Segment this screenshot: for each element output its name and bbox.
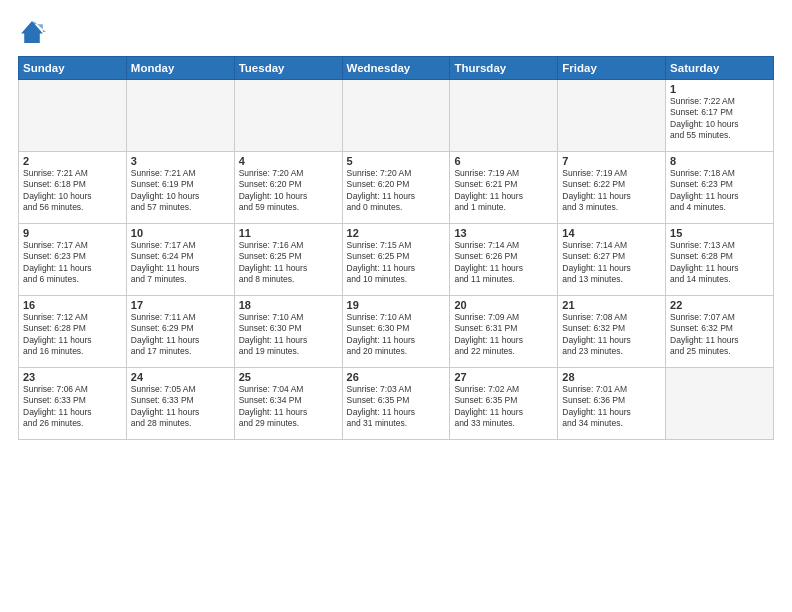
calendar-day: 26Sunrise: 7:03 AM Sunset: 6:35 PM Dayli… — [342, 368, 450, 440]
day-info: Sunrise: 7:09 AM Sunset: 6:31 PM Dayligh… — [454, 312, 553, 358]
day-info: Sunrise: 7:07 AM Sunset: 6:32 PM Dayligh… — [670, 312, 769, 358]
day-number: 22 — [670, 299, 769, 311]
calendar-day: 15Sunrise: 7:13 AM Sunset: 6:28 PM Dayli… — [666, 224, 774, 296]
calendar-day: 1Sunrise: 7:22 AM Sunset: 6:17 PM Daylig… — [666, 80, 774, 152]
day-info: Sunrise: 7:12 AM Sunset: 6:28 PM Dayligh… — [23, 312, 122, 358]
calendar-day: 14Sunrise: 7:14 AM Sunset: 6:27 PM Dayli… — [558, 224, 666, 296]
day-info: Sunrise: 7:13 AM Sunset: 6:28 PM Dayligh… — [670, 240, 769, 286]
page: SundayMondayTuesdayWednesdayThursdayFrid… — [0, 0, 792, 612]
day-number: 27 — [454, 371, 553, 383]
calendar-day: 27Sunrise: 7:02 AM Sunset: 6:35 PM Dayli… — [450, 368, 558, 440]
calendar-day: 24Sunrise: 7:05 AM Sunset: 6:33 PM Dayli… — [126, 368, 234, 440]
day-number: 9 — [23, 227, 122, 239]
calendar-day — [666, 368, 774, 440]
day-info: Sunrise: 7:16 AM Sunset: 6:25 PM Dayligh… — [239, 240, 338, 286]
calendar-day: 7Sunrise: 7:19 AM Sunset: 6:22 PM Daylig… — [558, 152, 666, 224]
day-number: 5 — [347, 155, 446, 167]
day-info: Sunrise: 7:19 AM Sunset: 6:22 PM Dayligh… — [562, 168, 661, 214]
calendar-day: 16Sunrise: 7:12 AM Sunset: 6:28 PM Dayli… — [19, 296, 127, 368]
day-info: Sunrise: 7:05 AM Sunset: 6:33 PM Dayligh… — [131, 384, 230, 430]
day-number: 17 — [131, 299, 230, 311]
day-info: Sunrise: 7:14 AM Sunset: 6:27 PM Dayligh… — [562, 240, 661, 286]
weekday-header-wednesday: Wednesday — [342, 57, 450, 80]
day-info: Sunrise: 7:02 AM Sunset: 6:35 PM Dayligh… — [454, 384, 553, 430]
day-number: 13 — [454, 227, 553, 239]
day-number: 20 — [454, 299, 553, 311]
day-info: Sunrise: 7:06 AM Sunset: 6:33 PM Dayligh… — [23, 384, 122, 430]
calendar-day: 13Sunrise: 7:14 AM Sunset: 6:26 PM Dayli… — [450, 224, 558, 296]
calendar-day — [19, 80, 127, 152]
calendar-day: 11Sunrise: 7:16 AM Sunset: 6:25 PM Dayli… — [234, 224, 342, 296]
day-info: Sunrise: 7:10 AM Sunset: 6:30 PM Dayligh… — [347, 312, 446, 358]
day-number: 21 — [562, 299, 661, 311]
day-number: 16 — [23, 299, 122, 311]
calendar-day: 25Sunrise: 7:04 AM Sunset: 6:34 PM Dayli… — [234, 368, 342, 440]
day-number: 2 — [23, 155, 122, 167]
weekday-header-friday: Friday — [558, 57, 666, 80]
calendar-day: 9Sunrise: 7:17 AM Sunset: 6:23 PM Daylig… — [19, 224, 127, 296]
calendar-table: SundayMondayTuesdayWednesdayThursdayFrid… — [18, 56, 774, 440]
day-info: Sunrise: 7:10 AM Sunset: 6:30 PM Dayligh… — [239, 312, 338, 358]
calendar-week-row: 16Sunrise: 7:12 AM Sunset: 6:28 PM Dayli… — [19, 296, 774, 368]
day-number: 12 — [347, 227, 446, 239]
day-number: 28 — [562, 371, 661, 383]
calendar-day: 10Sunrise: 7:17 AM Sunset: 6:24 PM Dayli… — [126, 224, 234, 296]
day-info: Sunrise: 7:15 AM Sunset: 6:25 PM Dayligh… — [347, 240, 446, 286]
day-info: Sunrise: 7:14 AM Sunset: 6:26 PM Dayligh… — [454, 240, 553, 286]
weekday-header-sunday: Sunday — [19, 57, 127, 80]
calendar-week-row: 1Sunrise: 7:22 AM Sunset: 6:17 PM Daylig… — [19, 80, 774, 152]
calendar-day — [234, 80, 342, 152]
day-number: 24 — [131, 371, 230, 383]
logo-icon — [18, 18, 46, 46]
calendar-day: 28Sunrise: 7:01 AM Sunset: 6:36 PM Dayli… — [558, 368, 666, 440]
calendar-day: 4Sunrise: 7:20 AM Sunset: 6:20 PM Daylig… — [234, 152, 342, 224]
calendar-week-row: 23Sunrise: 7:06 AM Sunset: 6:33 PM Dayli… — [19, 368, 774, 440]
day-number: 3 — [131, 155, 230, 167]
day-number: 14 — [562, 227, 661, 239]
calendar-day — [342, 80, 450, 152]
calendar-day: 18Sunrise: 7:10 AM Sunset: 6:30 PM Dayli… — [234, 296, 342, 368]
calendar-day: 19Sunrise: 7:10 AM Sunset: 6:30 PM Dayli… — [342, 296, 450, 368]
weekday-header-saturday: Saturday — [666, 57, 774, 80]
calendar-day: 22Sunrise: 7:07 AM Sunset: 6:32 PM Dayli… — [666, 296, 774, 368]
day-info: Sunrise: 7:11 AM Sunset: 6:29 PM Dayligh… — [131, 312, 230, 358]
day-info: Sunrise: 7:20 AM Sunset: 6:20 PM Dayligh… — [239, 168, 338, 214]
day-number: 23 — [23, 371, 122, 383]
calendar-day: 12Sunrise: 7:15 AM Sunset: 6:25 PM Dayli… — [342, 224, 450, 296]
weekday-header-thursday: Thursday — [450, 57, 558, 80]
day-info: Sunrise: 7:08 AM Sunset: 6:32 PM Dayligh… — [562, 312, 661, 358]
day-number: 25 — [239, 371, 338, 383]
day-info: Sunrise: 7:03 AM Sunset: 6:35 PM Dayligh… — [347, 384, 446, 430]
day-number: 11 — [239, 227, 338, 239]
day-info: Sunrise: 7:04 AM Sunset: 6:34 PM Dayligh… — [239, 384, 338, 430]
day-number: 1 — [670, 83, 769, 95]
day-info: Sunrise: 7:20 AM Sunset: 6:20 PM Dayligh… — [347, 168, 446, 214]
weekday-header-monday: Monday — [126, 57, 234, 80]
calendar-day — [450, 80, 558, 152]
day-info: Sunrise: 7:17 AM Sunset: 6:24 PM Dayligh… — [131, 240, 230, 286]
calendar-header-row: SundayMondayTuesdayWednesdayThursdayFrid… — [19, 57, 774, 80]
calendar-day: 21Sunrise: 7:08 AM Sunset: 6:32 PM Dayli… — [558, 296, 666, 368]
day-info: Sunrise: 7:18 AM Sunset: 6:23 PM Dayligh… — [670, 168, 769, 214]
day-number: 15 — [670, 227, 769, 239]
logo — [18, 18, 50, 46]
day-number: 10 — [131, 227, 230, 239]
calendar-week-row: 2Sunrise: 7:21 AM Sunset: 6:18 PM Daylig… — [19, 152, 774, 224]
calendar-day — [126, 80, 234, 152]
day-number: 7 — [562, 155, 661, 167]
day-info: Sunrise: 7:21 AM Sunset: 6:18 PM Dayligh… — [23, 168, 122, 214]
calendar-day: 17Sunrise: 7:11 AM Sunset: 6:29 PM Dayli… — [126, 296, 234, 368]
header — [18, 18, 774, 46]
day-number: 6 — [454, 155, 553, 167]
calendar-day: 3Sunrise: 7:21 AM Sunset: 6:19 PM Daylig… — [126, 152, 234, 224]
calendar-day: 20Sunrise: 7:09 AM Sunset: 6:31 PM Dayli… — [450, 296, 558, 368]
calendar-day: 6Sunrise: 7:19 AM Sunset: 6:21 PM Daylig… — [450, 152, 558, 224]
calendar-day: 23Sunrise: 7:06 AM Sunset: 6:33 PM Dayli… — [19, 368, 127, 440]
calendar-day: 5Sunrise: 7:20 AM Sunset: 6:20 PM Daylig… — [342, 152, 450, 224]
day-info: Sunrise: 7:01 AM Sunset: 6:36 PM Dayligh… — [562, 384, 661, 430]
day-number: 8 — [670, 155, 769, 167]
day-info: Sunrise: 7:19 AM Sunset: 6:21 PM Dayligh… — [454, 168, 553, 214]
calendar-day: 2Sunrise: 7:21 AM Sunset: 6:18 PM Daylig… — [19, 152, 127, 224]
day-info: Sunrise: 7:17 AM Sunset: 6:23 PM Dayligh… — [23, 240, 122, 286]
day-number: 19 — [347, 299, 446, 311]
